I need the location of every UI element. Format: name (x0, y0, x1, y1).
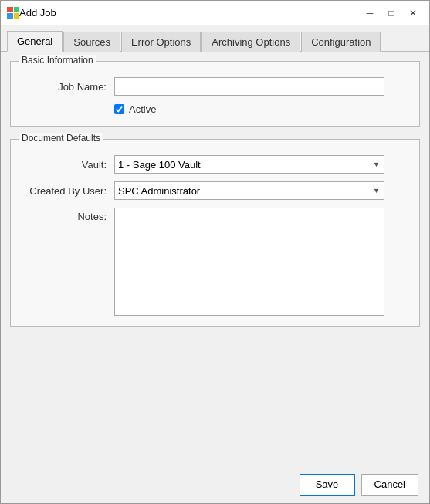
job-name-row: Job Name: (22, 77, 408, 96)
vault-label: Vault: (22, 159, 107, 171)
created-by-select[interactable]: SPC Administrator (114, 181, 384, 200)
job-name-label: Job Name: (22, 81, 107, 93)
vault-select[interactable]: 1 - Sage 100 Vault (114, 155, 384, 174)
tab-configuration[interactable]: Configuration (301, 32, 381, 52)
notes-label: Notes: (22, 208, 107, 222)
tab-error-options[interactable]: Error Options (121, 32, 201, 52)
created-by-select-wrapper: SPC Administrator (114, 181, 384, 200)
footer: Save Cancel (1, 465, 429, 503)
vault-select-wrapper: 1 - Sage 100 Vault (114, 155, 384, 174)
close-button[interactable]: ✕ (403, 5, 423, 22)
document-defaults-legend: Document Defaults (19, 133, 103, 144)
created-by-row: Created By User: SPC Administrator (22, 181, 408, 200)
main-window: Add Job ─ □ ✕ General Sources Error Opti… (0, 0, 430, 504)
title-controls: ─ □ ✕ (360, 5, 423, 22)
vault-row: Vault: 1 - Sage 100 Vault (22, 155, 408, 174)
tab-sources[interactable]: Sources (63, 32, 120, 52)
tab-general[interactable]: General (7, 31, 63, 52)
title-bar: Add Job ─ □ ✕ (1, 1, 429, 25)
maximize-button[interactable]: □ (381, 5, 401, 22)
window-title: Add Job (19, 7, 360, 19)
notes-row: Notes: (22, 208, 408, 316)
save-button[interactable]: Save (300, 474, 355, 496)
app-icon (7, 7, 19, 19)
notes-textarea[interactable] (114, 208, 384, 316)
active-checkbox[interactable] (114, 104, 124, 114)
tabs-bar: General Sources Error Options Archiving … (1, 25, 429, 52)
tab-content-general: Basic Information Job Name: Active Docum… (1, 52, 429, 465)
basic-information-legend: Basic Information (19, 55, 96, 66)
cancel-button[interactable]: Cancel (361, 474, 418, 496)
active-row: Active (114, 103, 408, 115)
created-by-label: Created By User: (22, 185, 107, 197)
document-defaults-section: Document Defaults Vault: 1 - Sage 100 Va… (10, 139, 420, 327)
tab-archiving-options[interactable]: Archiving Options (201, 32, 300, 52)
active-label: Active (129, 103, 156, 115)
job-name-input[interactable] (114, 77, 384, 96)
minimize-button[interactable]: ─ (360, 5, 380, 22)
basic-information-section: Basic Information Job Name: Active (10, 61, 420, 127)
